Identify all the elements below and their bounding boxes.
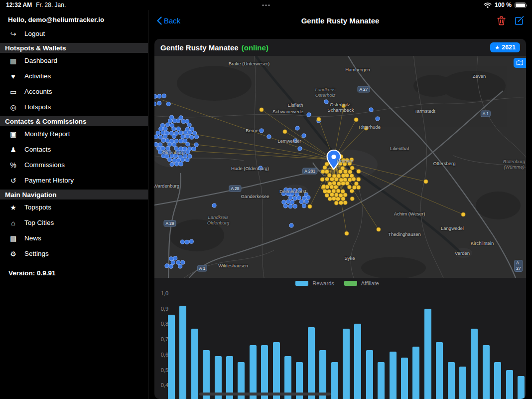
sidebar-item-settings[interactable]: ⚙ Settings (0, 246, 148, 261)
chevron-left-icon (156, 16, 162, 25)
sidebar: Hello, demo@heliumtracker.io ↪ Logout Ho… (0, 10, 148, 399)
logout-icon: ↪ (8, 30, 18, 38)
sidebar-item-label: News (24, 234, 41, 242)
hotspot-card: Gentle Rusty Manatee (online) ★ 2621 (154, 39, 526, 399)
app-switcher-indicator (263, 4, 270, 6)
legend-affiliate-swatch (344, 281, 357, 286)
sidebar-item-dashboard[interactable]: ▦ Dashboard (0, 53, 148, 68)
sidebar-item-commissions[interactable]: % Commissions (0, 157, 148, 173)
sidebar-item-accounts[interactable]: ▭ Accounts (0, 84, 148, 99)
topspots-icon: ★ (8, 203, 18, 211)
sidebar-item-monthly-report[interactable]: ▣ Monthly Report (0, 126, 148, 142)
payment-history-icon: ↺ (8, 177, 18, 185)
star-icon: ★ (495, 44, 500, 51)
rewards-chart[interactable]: 1,00,90,80,70,60,50,4 (154, 289, 526, 399)
sidebar-item-top-cities[interactable]: ⌂ Top Cities (0, 215, 148, 230)
sidebar-item-label: Contacts (24, 146, 51, 153)
hotspot-map[interactable]: Brake (Unterweser)HambergenZevenLandkrei… (154, 56, 526, 278)
sidebar-item-label: Settings (24, 250, 49, 257)
hotspot-name: Gentle Rusty Manatee (160, 43, 239, 52)
settings-icon: ⚙ (8, 250, 18, 258)
legend-rewards-swatch (295, 281, 308, 286)
contacts-icon: ♟ (8, 146, 18, 154)
main-content: Back Gentle Rusty Manatee (148, 10, 532, 399)
chart-bar (412, 347, 419, 399)
monthly-report-icon: ▣ (8, 130, 18, 138)
trash-icon (497, 16, 506, 25)
sidebar-item-topspots[interactable]: ★ Topspots (0, 200, 148, 215)
sidebar-item-news[interactable]: ▤ News (0, 230, 148, 246)
chart-bar (424, 309, 431, 399)
chart-bar (191, 329, 198, 399)
chart-bar (401, 358, 408, 399)
back-label: Back (164, 16, 180, 25)
map-style-button[interactable] (514, 58, 526, 68)
axis-tick-label: 1,0 (155, 290, 168, 296)
chart-bar (459, 367, 466, 399)
back-button[interactable]: Back (156, 16, 180, 25)
status-bar: 12:32 AM Fr. 28. Jan. 100 % (0, 0, 532, 10)
chart-bar (436, 342, 443, 399)
map-fold-icon (516, 60, 524, 66)
navigation-bar: Back Gentle Rusty Manatee (148, 10, 532, 31)
section-header-main-navigation: Main Navigation (0, 190, 148, 200)
legend-rewards-label: Rewards (312, 280, 334, 286)
status-date: Fr. 28. Jan. (36, 1, 66, 8)
axis-tick-label: 0,8 (155, 321, 168, 327)
chart-bar (354, 324, 361, 399)
sidebar-item-label: Accounts (24, 88, 52, 95)
chart-bar (168, 315, 175, 399)
card-header: Gentle Rusty Manatee (online) ★ 2621 (154, 39, 526, 56)
chart-bar (273, 342, 280, 399)
chart-bar (390, 352, 397, 399)
status-right: 100 % (484, 1, 526, 8)
sidebar-item-label: Dashboard (24, 57, 57, 64)
axis-tick-label: 0,6 (155, 352, 168, 358)
wifi-icon (484, 2, 492, 8)
chart-bar (366, 350, 373, 399)
sidebar-item-payment-history[interactable]: ↺ Payment History (0, 173, 148, 188)
battery-percent: 100 % (495, 1, 512, 8)
legend-affiliate-label: Affiliate (361, 280, 379, 286)
rewards-badge[interactable]: ★ 2621 (490, 42, 520, 52)
commissions-icon: % (8, 161, 18, 169)
chart-bar (483, 345, 490, 399)
sidebar-item-label: Topspots (24, 203, 51, 211)
sidebar-item-label: Payment History (24, 177, 74, 184)
badge-value: 2621 (502, 44, 516, 51)
top-cities-icon: ⌂ (8, 219, 18, 227)
chart-bar (343, 329, 350, 399)
chart-bar (378, 362, 385, 399)
greeting: Hello, demo@heliumtracker.io (0, 13, 148, 26)
chart-bar (471, 329, 478, 399)
axis-tick-label: 0,4 (155, 382, 168, 388)
dashboard-icon: ▦ (8, 57, 18, 65)
section-header-hotspots-wallets: Hotspots & Wallets (0, 43, 148, 53)
chart-bar (448, 362, 455, 399)
axis-tick-label: 0,7 (155, 336, 168, 342)
logout-button[interactable]: ↪ Logout (0, 26, 148, 41)
sidebar-item-contacts[interactable]: ♟ Contacts (0, 142, 148, 157)
chart-bar (518, 376, 525, 399)
nav-actions (497, 16, 524, 25)
sidebar-item-label: Activities (24, 72, 51, 80)
sidebar-item-label: Commissions (24, 161, 65, 169)
chart-bar (494, 362, 501, 399)
battery-icon (515, 2, 526, 8)
axis-tick-label: 0,9 (155, 306, 168, 312)
chart-bar (261, 345, 268, 399)
sidebar-item-label: Monthly Report (24, 130, 70, 138)
chart-bar (506, 370, 513, 399)
logout-label: Logout (24, 30, 45, 37)
sidebar-item-label: Hotspots (24, 103, 51, 111)
chart-bar (179, 306, 186, 399)
chart-bar (203, 350, 210, 399)
chart-bar (308, 327, 315, 399)
edit-button[interactable] (515, 16, 524, 25)
delete-button[interactable] (497, 16, 506, 25)
online-status: (online) (242, 43, 268, 52)
news-icon: ▤ (8, 234, 18, 242)
sidebar-item-hotspots[interactable]: ◎ Hotspots (0, 99, 148, 115)
sidebar-item-activities[interactable]: ♥ Activities (0, 68, 148, 84)
chart-scrollbar[interactable] (199, 393, 331, 396)
